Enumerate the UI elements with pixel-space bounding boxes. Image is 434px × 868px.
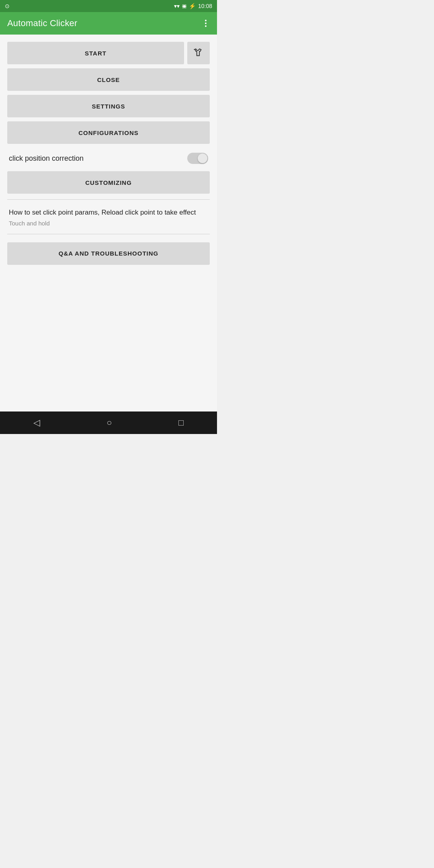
configurations-button[interactable]: CONFIGURATIONS <box>7 121 210 144</box>
click-position-correction-toggle[interactable] <box>187 153 208 164</box>
main-content: START CLOSE SETTINGS CONFIGURATIONS clic… <box>0 35 217 411</box>
settings-button[interactable]: SETTINGS <box>7 95 210 117</box>
divider-2 <box>7 234 210 234</box>
home-button[interactable]: ○ <box>98 414 120 432</box>
tshirt-icon <box>193 48 204 58</box>
back-icon: ◁ <box>33 418 40 428</box>
bottom-nav: ◁ ○ □ <box>0 411 217 434</box>
back-button[interactable]: ◁ <box>25 414 48 432</box>
tshirt-button[interactable] <box>187 42 210 64</box>
signal-icon: ▣ <box>182 3 186 9</box>
dot3 <box>205 25 207 27</box>
customizing-button[interactable]: CUSTOMIZING <box>7 171 210 194</box>
recents-button[interactable]: □ <box>170 414 192 432</box>
info-section[interactable]: How to set click point params, Reload cl… <box>7 204 210 231</box>
app-title: Automatic Clicker <box>7 18 78 29</box>
more-options-button[interactable] <box>202 16 210 30</box>
home-icon: ○ <box>106 418 112 428</box>
start-button[interactable]: START <box>7 42 184 64</box>
recents-icon: □ <box>178 418 184 428</box>
status-time: 10:08 <box>198 3 212 9</box>
info-subtitle: Touch and hold <box>9 220 208 227</box>
close-button[interactable]: CLOSE <box>7 68 210 91</box>
status-left: ⊙ <box>5 3 10 9</box>
app-bar: Automatic Clicker <box>0 12 217 35</box>
toggle-knob <box>198 154 207 163</box>
dot1 <box>205 20 207 21</box>
battery-icon: ⚡ <box>189 3 196 9</box>
info-title: How to set click point params, Reload cl… <box>9 208 208 217</box>
dot2 <box>205 23 207 24</box>
wifi-icon: ▾▾ <box>174 3 180 9</box>
status-right: ▾▾ ▣ ⚡ 10:08 <box>174 3 212 9</box>
app-icon: ⊙ <box>5 3 10 9</box>
start-row: START <box>7 42 210 64</box>
divider-1 <box>7 199 210 200</box>
qa-troubleshooting-button[interactable]: Q&A AND TROUBLESHOOTING <box>7 242 210 265</box>
click-position-correction-row: click position correction <box>7 148 210 169</box>
status-bar: ⊙ ▾▾ ▣ ⚡ 10:08 <box>0 0 217 12</box>
toggle-label: click position correction <box>9 154 84 163</box>
